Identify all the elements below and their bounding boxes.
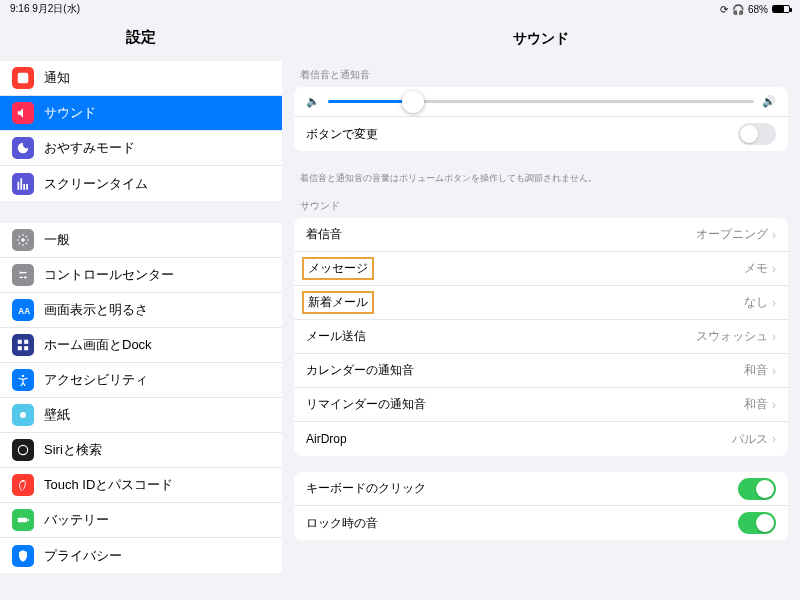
sound-row-value: なし› <box>744 294 776 311</box>
section-header-sounds: サウンド <box>282 199 800 218</box>
chevron-right-icon: › <box>772 330 776 344</box>
sidebar-icon <box>12 334 34 356</box>
sound-row-AirDrop[interactable]: AirDropパルス› <box>294 422 788 456</box>
volume-slider[interactable] <box>328 100 754 103</box>
sidebar-item-label: サウンド <box>44 104 96 122</box>
toggle-row-ロック時の音[interactable]: ロック時の音 <box>294 506 788 540</box>
sidebar-item-コントロールセンター[interactable]: コントロールセンター <box>0 258 282 293</box>
sidebar-icon <box>12 509 34 531</box>
headphones-icon: 🎧 <box>732 4 744 15</box>
sound-row-value: スウォッシュ› <box>696 328 776 345</box>
sidebar-item-label: おやすみモード <box>44 139 135 157</box>
svg-rect-12 <box>18 518 27 523</box>
sidebar-item-label: バッテリー <box>44 511 109 529</box>
status-time: 9:16 <box>10 3 29 14</box>
sidebar-item-サウンド[interactable]: サウンド <box>0 96 282 131</box>
sidebar-icon <box>12 229 34 251</box>
sound-row-label: リマインダーの通知音 <box>306 396 426 413</box>
sidebar-item-ホーム画面とDock[interactable]: ホーム画面とDock <box>0 328 282 363</box>
sidebar-item-label: ホーム画面とDock <box>44 336 152 354</box>
svg-text:AA: AA <box>18 307 30 316</box>
sidebar-title: 設定 <box>0 18 282 61</box>
sidebar-item-label: スクリーンタイム <box>44 175 148 193</box>
sound-row-着信音[interactable]: 着信音オープニング› <box>294 218 788 252</box>
sidebar-item-Siriと検索[interactable]: Siriと検索 <box>0 433 282 468</box>
sidebar-icon: AA <box>12 299 34 321</box>
sound-row-value: オープニング› <box>696 226 776 243</box>
svg-rect-13 <box>28 519 29 521</box>
chevron-right-icon: › <box>772 228 776 242</box>
toggle-row-label: ロック時の音 <box>306 515 378 532</box>
sound-row-メッセージ[interactable]: メッセージメモ› <box>294 252 788 286</box>
sidebar-item-label: アクセシビリティ <box>44 371 148 389</box>
sidebar-item-壁紙[interactable]: 壁紙 <box>0 398 282 433</box>
svg-rect-8 <box>24 346 28 350</box>
sound-row-label: 着信音 <box>306 226 342 243</box>
svg-point-2 <box>20 272 22 274</box>
volume-high-icon: 🔊 <box>762 95 776 108</box>
svg-point-3 <box>24 276 26 278</box>
svg-point-11 <box>18 445 27 454</box>
sidebar-item-通知[interactable]: 通知 <box>0 61 282 96</box>
toggle-row-キーボードのクリック[interactable]: キーボードのクリック <box>294 472 788 506</box>
change-with-buttons-label: ボタンで変更 <box>306 126 378 143</box>
sidebar-item-label: Touch IDとパスコード <box>44 476 173 494</box>
sound-row-新着メール[interactable]: 新着メールなし› <box>294 286 788 320</box>
sidebar-icon <box>12 67 34 89</box>
change-with-buttons-toggle[interactable] <box>738 123 776 145</box>
section-footer-ringer: 着信音と通知音の音量はボリュームボタンを操作しても調節されません。 <box>282 167 800 199</box>
sidebar-item-label: 壁紙 <box>44 406 70 424</box>
status-date: 9月2日(水) <box>32 3 80 14</box>
sidebar-icon <box>12 102 34 124</box>
sidebar-item-バッテリー[interactable]: バッテリー <box>0 503 282 538</box>
sound-row-value: メモ› <box>744 260 776 277</box>
section-header-ringer: 着信音と通知音 <box>282 68 800 87</box>
chevron-right-icon: › <box>772 262 776 276</box>
sidebar-item-アクセシビリティ[interactable]: アクセシビリティ <box>0 363 282 398</box>
sidebar-item-おやすみモード[interactable]: おやすみモード <box>0 131 282 166</box>
sidebar-item-label: コントロールセンター <box>44 266 174 284</box>
detail-title: サウンド <box>282 18 800 68</box>
orientation-lock-icon: ⟳ <box>720 4 728 15</box>
sidebar-item-画面表示と明るさ[interactable]: AA画面表示と明るさ <box>0 293 282 328</box>
svg-rect-6 <box>24 340 28 344</box>
sidebar-icon <box>12 474 34 496</box>
toggle-switch[interactable] <box>738 478 776 500</box>
sound-row-label: メール送信 <box>306 328 366 345</box>
svg-point-9 <box>22 375 24 377</box>
sidebar-icon <box>12 545 34 567</box>
sidebar-icon <box>12 264 34 286</box>
svg-rect-0 <box>18 73 29 84</box>
chevron-right-icon: › <box>772 296 776 310</box>
sidebar-icon <box>12 439 34 461</box>
sound-row-メール送信[interactable]: メール送信スウォッシュ› <box>294 320 788 354</box>
sidebar-item-Touch IDとパスコード[interactable]: Touch IDとパスコード <box>0 468 282 503</box>
sound-row-label: 新着メール <box>302 291 374 314</box>
sidebar-item-一般[interactable]: 一般 <box>0 223 282 258</box>
sidebar-icon <box>12 404 34 426</box>
sidebar-icon <box>12 137 34 159</box>
svg-point-1 <box>21 238 25 242</box>
change-with-buttons-row[interactable]: ボタンで変更 <box>294 117 788 151</box>
sidebar-item-label: 一般 <box>44 231 70 249</box>
sound-row-value: パルス› <box>732 431 776 448</box>
toggle-row-label: キーボードのクリック <box>306 480 426 497</box>
sidebar-item-label: 画面表示と明るさ <box>44 301 148 319</box>
sound-row-value: 和音› <box>744 362 776 379</box>
volume-slider-row[interactable]: 🔈 🔊 <box>294 87 788 117</box>
sidebar-item-label: 通知 <box>44 69 70 87</box>
svg-rect-7 <box>18 346 22 350</box>
sidebar-item-スクリーンタイム[interactable]: スクリーンタイム <box>0 166 282 201</box>
sound-row-リマインダーの通知音[interactable]: リマインダーの通知音和音› <box>294 388 788 422</box>
toggle-switch[interactable] <box>738 512 776 534</box>
sidebar-item-プライバシー[interactable]: プライバシー <box>0 538 282 573</box>
volume-low-icon: 🔈 <box>306 95 320 108</box>
chevron-right-icon: › <box>772 398 776 412</box>
detail-panel: サウンド 着信音と通知音 🔈 🔊 ボタンで変更 着信音と通知音の音量はボリューム… <box>282 18 800 600</box>
svg-rect-5 <box>18 340 22 344</box>
sound-row-value: 和音› <box>744 396 776 413</box>
battery-percent: 68% <box>748 4 768 15</box>
status-bar: 9:16 9月2日(水) ⟳ 🎧 68% <box>0 0 800 18</box>
sound-row-カレンダーの通知音[interactable]: カレンダーの通知音和音› <box>294 354 788 388</box>
sound-row-label: カレンダーの通知音 <box>306 362 414 379</box>
